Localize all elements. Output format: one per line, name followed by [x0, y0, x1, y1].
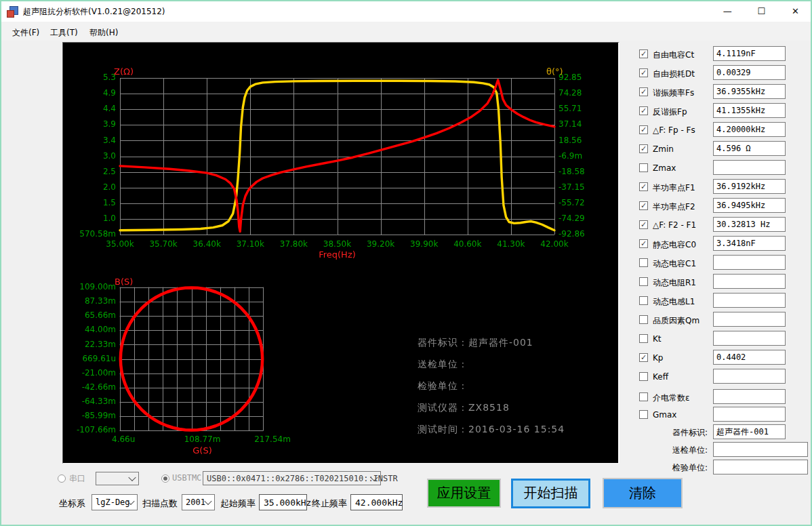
- sweep-points-label: 扫描点数: [142, 498, 178, 510]
- app-icon: [7, 6, 18, 17]
- checkbox-unchecked-icon[interactable]: [639, 315, 648, 324]
- checkbox-checked-icon[interactable]: ✓: [639, 220, 648, 229]
- menu-bar: 文件(F) 工具(T) 帮助(H): [1, 22, 811, 41]
- checkbox-checked-icon[interactable]: ✓: [639, 144, 648, 153]
- param-value-field[interactable]: [713, 331, 786, 346]
- param-value-field[interactable]: 4.596 Ω: [713, 141, 786, 156]
- checkbox-unchecked-icon[interactable]: [639, 277, 648, 286]
- param-value-field[interactable]: 41.1355kHz: [713, 103, 786, 118]
- param-label: 静态电容C0: [653, 239, 696, 251]
- param-value-field[interactable]: 36.9495kHz: [713, 198, 786, 213]
- start-scan-button[interactable]: 开始扫描: [511, 479, 590, 508]
- param-value-field[interactable]: [713, 274, 786, 289]
- device-field-input[interactable]: 超声器件-001: [713, 424, 786, 439]
- param-label: Zmin: [653, 144, 674, 154]
- chart-info-line-2: 检验单位：: [418, 380, 565, 402]
- apply-settings-button[interactable]: 应用设置: [427, 479, 501, 508]
- usbtmc-radio[interactable]: [161, 474, 169, 483]
- serial-port-select[interactable]: [96, 472, 139, 485]
- close-icon[interactable]: ✕: [780, 1, 811, 22]
- checkbox-checked-icon[interactable]: ✓: [639, 106, 648, 115]
- param-value-field[interactable]: 0.00329: [713, 65, 786, 80]
- checkbox-checked-icon[interactable]: ✓: [639, 49, 648, 58]
- param-label: 动态电阻R1: [653, 277, 696, 289]
- param-value-field[interactable]: 4.20000kHz: [713, 122, 786, 137]
- start-freq-input[interactable]: 35.000kHz: [259, 494, 307, 510]
- param-value-field[interactable]: [713, 407, 786, 422]
- minimize-icon[interactable]: —: [712, 1, 743, 22]
- coord-system-select[interactable]: lgZ-Deg: [92, 494, 138, 510]
- device-field-label: 器件标识:: [639, 427, 708, 439]
- app-window: 超声阻抗分析软件(V1.0.21@201512) — ☐ ✕ 文件(F) 工具(…: [0, 0, 812, 526]
- chart-info-line-4: 测试时间：2016-03-16 15:54: [418, 424, 565, 445]
- param-value-field[interactable]: [713, 160, 786, 175]
- window-title: 超声阻抗分析软件(V1.0.21@201512): [23, 6, 165, 18]
- sweep-points-select[interactable]: 2001: [182, 494, 215, 510]
- checkbox-unchecked-icon[interactable]: [639, 163, 648, 172]
- menu-file[interactable]: 文件(F): [9, 26, 42, 40]
- param-value-field[interactable]: [713, 389, 786, 404]
- param-value-field[interactable]: 36.9355kHz: [713, 84, 786, 99]
- checkbox-checked-icon[interactable]: ✓: [639, 87, 648, 96]
- param-label: △F: Fp - Fs: [653, 125, 695, 135]
- checkbox-unchecked-icon[interactable]: [639, 372, 648, 381]
- param-label: 半功率点F2: [653, 201, 695, 213]
- device-field-label: 检验单位:: [639, 462, 708, 474]
- serial-radio[interactable]: [58, 474, 66, 483]
- checkbox-checked-icon[interactable]: ✓: [639, 353, 648, 362]
- stop-freq-input[interactable]: 42.000kHz: [350, 494, 403, 510]
- clear-button[interactable]: 清除: [603, 478, 683, 508]
- serial-label: 串口: [69, 473, 85, 485]
- menu-tools[interactable]: 工具(T): [47, 26, 81, 40]
- usbtmc-address-select[interactable]: USB0::0x0471::0x2786::T020215010::INSTR: [203, 471, 381, 485]
- device-field-input[interactable]: [713, 460, 808, 474]
- chevron-down-icon: [204, 498, 211, 505]
- title-bar: 超声阻抗分析软件(V1.0.21@201512) — ☐ ✕: [1, 1, 811, 22]
- param-value-field[interactable]: [713, 312, 786, 327]
- param-label: Gmax: [653, 410, 676, 420]
- param-label: 自由电容Ct: [653, 49, 694, 61]
- checkbox-unchecked-icon[interactable]: [639, 296, 648, 305]
- param-value-field[interactable]: 30.32813 Hz: [713, 217, 786, 232]
- param-value-field[interactable]: [713, 369, 786, 384]
- param-label: Zmax: [653, 163, 676, 173]
- param-label: 反谐振Fp: [653, 106, 687, 118]
- device-field-label: 送检单位:: [639, 445, 708, 456]
- checkbox-checked-icon[interactable]: ✓: [639, 182, 648, 191]
- param-value-field[interactable]: [713, 255, 786, 270]
- param-value-field[interactable]: 4.1119nF: [713, 46, 786, 61]
- chart-panel: 器件标识：超声器件-001送检单位：检验单位：测试仪器：ZX8518测试时间：2…: [62, 42, 620, 464]
- coord-system-label: 坐标系: [59, 498, 85, 510]
- param-label: 介电常数ε: [653, 392, 690, 404]
- checkbox-unchecked-icon[interactable]: [639, 334, 648, 343]
- param-label: 品质因素Qm: [653, 315, 699, 327]
- chart-info-line-3: 测试仪器：ZX8518: [418, 402, 565, 424]
- chevron-down-icon: [128, 474, 136, 481]
- chart-info-line-0: 器件标识：超声器件-001: [418, 337, 565, 359]
- chart-info-block: 器件标识：超声器件-001送检单位：检验单位：测试仪器：ZX8518测试时间：2…: [418, 337, 565, 445]
- checkbox-checked-icon[interactable]: ✓: [639, 125, 648, 134]
- param-label: 动态电感L1: [653, 296, 695, 308]
- checkbox-unchecked-icon[interactable]: [639, 258, 648, 267]
- maximize-icon[interactable]: ☐: [746, 1, 777, 22]
- checkbox-unchecked-icon[interactable]: [639, 392, 648, 401]
- param-label: 动态电容C1: [653, 258, 696, 270]
- param-value-field[interactable]: 36.9192kHz: [713, 179, 786, 194]
- param-label: Keff: [653, 372, 668, 382]
- param-value-field[interactable]: 0.4402: [713, 350, 786, 365]
- param-label: 谐振频率Fs: [653, 87, 694, 99]
- param-value-field[interactable]: [713, 293, 786, 308]
- usbtmc-label: USBTMC: [172, 473, 201, 483]
- device-field-input[interactable]: [713, 442, 808, 457]
- param-label: 半功率点F1: [653, 182, 695, 194]
- param-value-field[interactable]: 3.3418nF: [713, 236, 786, 251]
- chart-info-line-1: 送检单位：: [418, 359, 565, 380]
- param-label: 自由损耗Dt: [653, 68, 695, 80]
- start-freq-label: 起始频率: [220, 498, 256, 510]
- checkbox-checked-icon[interactable]: ✓: [639, 68, 648, 77]
- checkbox-checked-icon[interactable]: ✓: [639, 239, 648, 248]
- param-label: △F: F2 - F1: [653, 220, 696, 230]
- menu-help[interactable]: 帮助(H): [87, 26, 121, 40]
- checkbox-unchecked-icon[interactable]: [639, 410, 648, 419]
- checkbox-checked-icon[interactable]: ✓: [639, 201, 648, 210]
